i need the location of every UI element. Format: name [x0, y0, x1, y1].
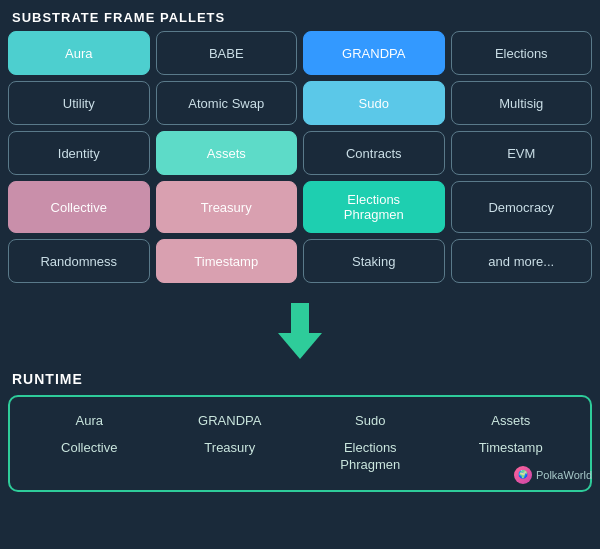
polkaworld-logo: 🌍	[514, 466, 532, 484]
pallet-cell: Contracts	[303, 131, 445, 175]
pallet-cell: BABE	[156, 31, 298, 75]
pallet-cell: EVM	[451, 131, 593, 175]
pallet-cell: Elections Phragmen	[303, 181, 445, 233]
pallets-section-title: SUBSTRATE FRAME PALLETS	[0, 0, 600, 31]
runtime-grid: AuraGRANDPASudoAssetsCollectiveTreasuryE…	[22, 413, 578, 474]
pallets-section: AuraBABEGRANDPAElectionsUtilityAtomic Sw…	[0, 31, 600, 291]
pallet-cell: Treasury	[156, 181, 298, 233]
runtime-cell: GRANDPA	[163, 413, 298, 430]
polkaworld-badge: 🌍 PolkaWorld	[514, 466, 592, 484]
arrow-section	[0, 291, 600, 367]
pallet-cell: Multisig	[451, 81, 593, 125]
pallet-cell: Sudo	[303, 81, 445, 125]
pallet-cell: Democracy	[451, 181, 593, 233]
pallet-cell: Randomness	[8, 239, 150, 283]
runtime-cell: Aura	[22, 413, 157, 430]
pallet-cell: Collective	[8, 181, 150, 233]
pallet-cell: Identity	[8, 131, 150, 175]
runtime-section-title: RUNTIME	[0, 367, 600, 395]
pallet-cell: Staking	[303, 239, 445, 283]
arrow-head	[278, 333, 322, 359]
pallets-grid: AuraBABEGRANDPAElectionsUtilityAtomic Sw…	[8, 31, 592, 283]
runtime-cell: Collective	[22, 440, 157, 474]
runtime-cell: Assets	[444, 413, 579, 430]
pallet-cell: and more...	[451, 239, 593, 283]
pallet-cell: Timestamp	[156, 239, 298, 283]
pallet-cell: GRANDPA	[303, 31, 445, 75]
runtime-cell: Elections Phragmen	[303, 440, 438, 474]
arrow-shaft	[291, 303, 309, 333]
pallet-cell: Elections	[451, 31, 593, 75]
pallet-cell: Utility	[8, 81, 150, 125]
runtime-cell: Sudo	[303, 413, 438, 430]
pallet-cell: Assets	[156, 131, 298, 175]
pallet-cell: Atomic Swap	[156, 81, 298, 125]
runtime-box: AuraGRANDPASudoAssetsCollectiveTreasuryE…	[8, 395, 592, 492]
page-wrapper: SUBSTRATE FRAME PALLETS AuraBABEGRANDPAE…	[0, 0, 600, 492]
down-arrow	[278, 303, 322, 359]
polkaworld-label: PolkaWorld	[536, 469, 592, 481]
pallet-cell: Aura	[8, 31, 150, 75]
runtime-cell: Treasury	[163, 440, 298, 474]
